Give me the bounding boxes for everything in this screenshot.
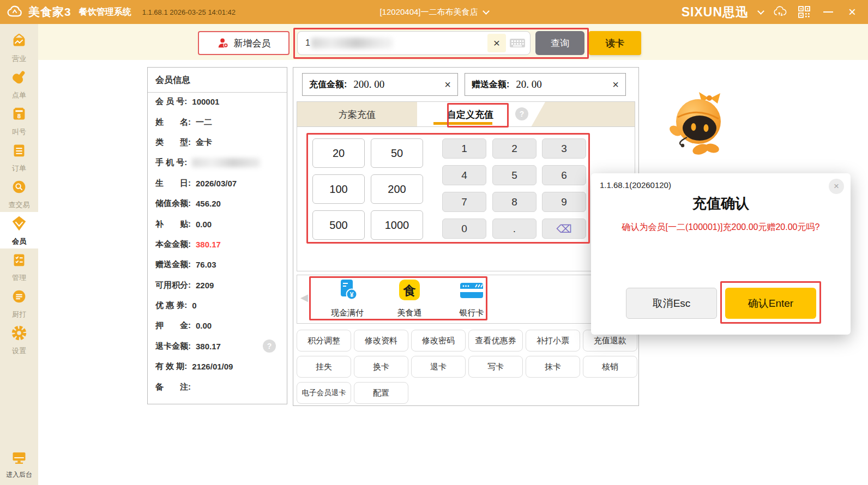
gift-amount-field[interactable]: 赠送金额: 20. 00 × — [465, 73, 626, 96]
minimize-button[interactable] — [821, 5, 835, 19]
mascot-robot — [666, 87, 732, 160]
topbar: 美食家3 餐饮管理系统 1.1.68.1 2026-03-25 14:01:42… — [0, 0, 868, 24]
brand-chevron-down-icon[interactable] — [757, 8, 764, 15]
action-replace-card[interactable]: 换卡 — [354, 356, 408, 378]
tab-help-icon[interactable]: ? — [515, 107, 528, 120]
sidebar-item-transactions[interactable]: 查交易 — [0, 175, 38, 212]
dialog-close-icon[interactable]: × — [829, 179, 844, 194]
sidebar-item-management[interactable]: 管理 — [0, 248, 38, 285]
store-selector[interactable]: [12020404]一二布布美食店 — [379, 7, 488, 17]
payment-meishitong[interactable]: 食 美食通 — [382, 278, 437, 318]
keypad-key[interactable]: 4 — [442, 165, 486, 185]
keypad-key[interactable]: 3 — [542, 138, 586, 159]
action-verify[interactable]: 核销 — [583, 356, 637, 378]
dialog-cancel-button[interactable]: 取消Esc — [626, 288, 717, 319]
action-configure[interactable]: 配置 — [354, 382, 408, 404]
quick-amount-button[interactable]: 100 — [312, 174, 365, 204]
kitchen-print-icon — [10, 287, 28, 308]
member-field-principal: 本金金额:380.17 — [155, 234, 279, 254]
sidebar-label: 会员 — [12, 237, 26, 246]
payment-label: 美食通 — [382, 308, 437, 318]
order-list-icon — [10, 141, 28, 162]
member-field-deposit: 押 金:0.00 — [155, 316, 279, 336]
action-edit-profile[interactable]: 修改资料 — [354, 330, 408, 351]
member-info-panel: 会员信息 会 员 号:100001 姓 名:一二 类 型:金卡 手 机 号: 生… — [147, 67, 287, 404]
sidebar-label: 查交易 — [9, 200, 30, 210]
action-write-card[interactable]: 写卡 — [468, 356, 523, 378]
add-member-icon — [217, 37, 229, 49]
keypad-key[interactable]: 1 — [442, 138, 486, 159]
recharge-tabbar: 方案充值 自定义充值 ? — [297, 101, 635, 127]
read-card-button[interactable]: 读卡 — [589, 31, 641, 55]
close-button[interactable]: × — [845, 5, 859, 19]
member-field-balance: 储值余额:456.20 — [155, 193, 279, 214]
sidebar-item-call-number[interactable]: 8 叫号 — [0, 102, 38, 139]
app-cloud-logo-icon — [7, 5, 23, 19]
bank-card-icon — [459, 296, 484, 305]
member-field-name: 姓 名:一二 — [155, 112, 279, 132]
sidebar-item-kitchen-print[interactable]: 厨打 — [0, 285, 38, 322]
checklist-icon — [10, 251, 28, 271]
action-reprint-receipt[interactable]: 补打小票 — [526, 330, 580, 351]
tab-plan-recharge[interactable]: 方案充值 — [297, 102, 417, 127]
payment-label: 现金满付 — [320, 308, 375, 318]
payment-cash[interactable]: ¥ 现金满付 — [320, 278, 375, 318]
search-clear-icon[interactable]: × — [487, 34, 506, 52]
deposit-clear-icon[interactable]: × — [444, 78, 451, 91]
keypad-key[interactable]: 9 — [542, 192, 586, 212]
sidebar-item-settings[interactable]: 设置 — [0, 322, 38, 358]
gift-amount-label: 赠送金额: — [472, 79, 509, 90]
action-view-coupons[interactable]: 查看优惠券 — [468, 330, 523, 351]
sidebar-item-business[interactable]: 营业 — [0, 29, 38, 66]
sidebar-label: 营业 — [12, 54, 26, 64]
deposit-amount-value: 200. 00 — [353, 78, 384, 90]
topbar-left: 美食家3 餐饮管理系统 1.1.68.1 2026-03-25 14:01:42 — [0, 4, 236, 20]
keypad-key[interactable]: 8 — [492, 192, 537, 212]
keyboard-icon[interactable] — [509, 37, 526, 49]
keypad-key[interactable]: 2 — [492, 138, 537, 159]
sidebar-item-members[interactable]: 会员 — [0, 212, 38, 248]
payment-bank-card[interactable]: 银行卡 — [444, 278, 499, 318]
topbar-right: SIXUN思迅 × — [682, 4, 868, 21]
search-text: 1 — [305, 38, 310, 48]
version-datetime: 1.1.68.1 2026-03-25 14:01:42 — [142, 8, 236, 16]
action-return-card[interactable]: 退卡 — [411, 356, 466, 378]
query-button[interactable]: 查询 — [535, 31, 584, 55]
payments-chevron-left-icon[interactable]: ◀ — [300, 292, 308, 304]
deposit-amount-field[interactable]: 充值金额: 200. 00 × — [302, 73, 458, 96]
keypad-key[interactable]: 6 — [542, 165, 586, 185]
quick-amount-button[interactable]: 20 — [312, 138, 365, 168]
keypad-key[interactable]: 7 — [442, 192, 486, 212]
deposit-amount-label: 充值金额: — [309, 79, 347, 90]
action-points-adjust[interactable]: 积分调整 — [297, 330, 351, 351]
cloud-sync-icon[interactable] — [773, 5, 787, 19]
quick-amount-button[interactable]: 200 — [371, 174, 423, 204]
dialog-confirm-button[interactable]: 确认Enter — [725, 288, 816, 319]
sidebar-item-order-entry[interactable]: 点单 — [0, 66, 38, 102]
add-member-button[interactable]: 新增会员 — [198, 31, 290, 55]
action-wipe-card[interactable]: 抹卡 — [526, 356, 580, 378]
quick-amount-button[interactable]: 500 — [312, 210, 365, 240]
gift-clear-icon[interactable]: × — [612, 78, 619, 91]
quick-amount-button[interactable]: 1000 — [371, 210, 423, 240]
keypad-key[interactable]: 5 — [492, 165, 537, 185]
dialog-title: 充值确认 — [591, 194, 851, 213]
member-search-input[interactable]: 1 × — [297, 31, 531, 55]
search-text-redacted — [311, 38, 393, 48]
member-field-number: 会 员 号:100001 — [155, 92, 279, 112]
sidebar-item-orders[interactable]: 订单 — [0, 139, 38, 175]
keypad-key[interactable]: 0 — [442, 219, 486, 239]
member-field-type: 类 型:金卡 — [155, 132, 279, 153]
action-e-member-return-card[interactable]: 电子会员退卡 — [297, 382, 351, 404]
action-change-password[interactable]: 修改密码 — [411, 330, 466, 351]
qr-code-icon[interactable] — [797, 5, 811, 19]
sidebar-item-backoffice[interactable]: 进入后台 — [0, 450, 38, 480]
keypad-key[interactable]: . — [492, 219, 537, 239]
keypad-backspace-key[interactable]: ⌫ — [542, 219, 586, 239]
member-field-birthday: 生 日:2026/03/07 — [155, 173, 279, 193]
sidebar-label: 叫号 — [12, 127, 26, 137]
refund-help-icon[interactable]: ? — [263, 340, 276, 353]
dialog-version: 1.1.68.1(20260120) — [600, 180, 671, 190]
action-report-loss[interactable]: 挂失 — [297, 356, 351, 378]
quick-amount-button[interactable]: 50 — [371, 138, 423, 168]
